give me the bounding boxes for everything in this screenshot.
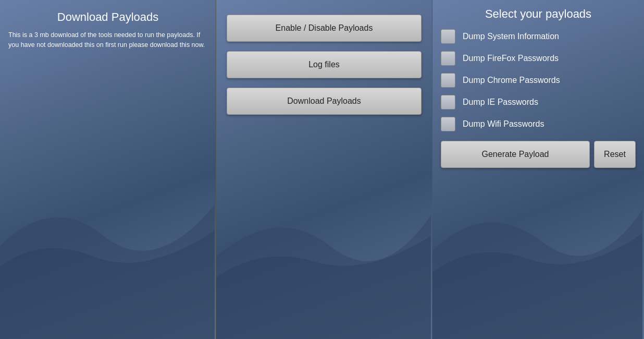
panel-download-payloads: Download Payloads This is a 3 mb downloa… <box>0 0 216 339</box>
reset-button[interactable]: Reset <box>594 141 636 168</box>
generate-payload-button[interactable]: Generate Payload <box>441 141 590 168</box>
payload-actions-bar: Generate Payload Reset <box>441 141 636 168</box>
payload-option-system[interactable]: Dump System Information <box>441 29 636 44</box>
payload-option-firefox[interactable]: Dump FireFox Passwords <box>441 51 636 66</box>
payload-option-ie[interactable]: Dump IE Passwords <box>441 95 636 110</box>
payload-option-wifi[interactable]: Dump Wifi Passwords <box>441 117 636 131</box>
panel-controls: Enable / Disable Payloads Log files Down… <box>216 0 432 339</box>
payload-label-system: Dump System Information <box>463 32 559 41</box>
payload-option-chrome[interactable]: Dump Chrome Passwords <box>441 73 636 88</box>
checkbox-firefox[interactable] <box>441 51 455 66</box>
payload-label-chrome: Dump Chrome Passwords <box>463 76 560 85</box>
panel1-title: Download Payloads <box>8 10 207 24</box>
payload-label-wifi: Dump Wifi Passwords <box>463 119 544 129</box>
payload-label-firefox: Dump FireFox Passwords <box>463 54 559 63</box>
payload-label-ie: Dump IE Passwords <box>463 98 538 107</box>
enable-disable-button[interactable]: Enable / Disable Payloads <box>227 15 422 42</box>
checkbox-system[interactable] <box>441 29 455 44</box>
checkbox-chrome[interactable] <box>441 73 455 88</box>
panel3-title: Select your payloads <box>441 7 636 21</box>
checkbox-ie[interactable] <box>441 95 455 110</box>
download-payloads-button[interactable]: Download Payloads <box>227 88 422 115</box>
checkbox-wifi[interactable] <box>441 117 455 131</box>
panel1-description: This is a 3 mb download of the tools nee… <box>8 30 207 50</box>
panel-select-payloads: Select your payloads Dump System Informa… <box>432 0 644 339</box>
log-files-button[interactable]: Log files <box>227 51 422 78</box>
